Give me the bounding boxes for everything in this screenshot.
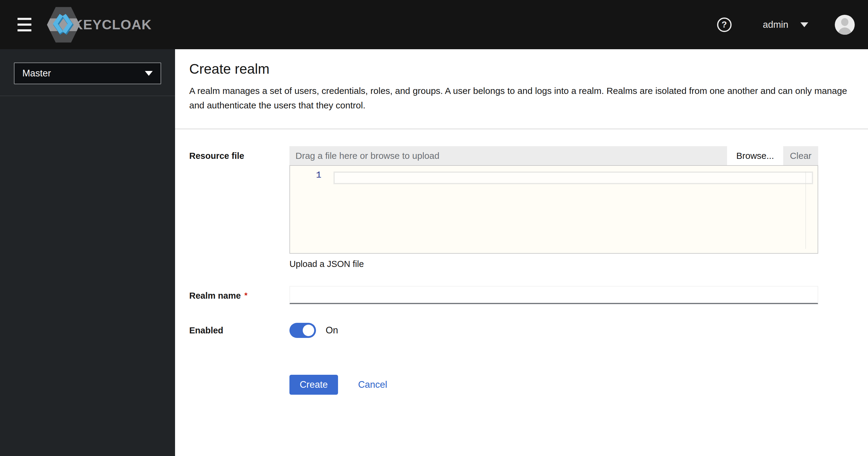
json-code-editor[interactable]: 1 bbox=[289, 165, 818, 254]
realm-selector-section: Master bbox=[0, 49, 175, 96]
resource-file-label: Resource file bbox=[189, 146, 289, 269]
person-icon bbox=[841, 18, 848, 26]
nav-toggle-button[interactable] bbox=[16, 16, 33, 34]
help-icon[interactable]: ? bbox=[717, 18, 732, 32]
current-realm-label: Master bbox=[22, 68, 51, 79]
realm-name-field bbox=[289, 286, 818, 304]
required-indicator: * bbox=[245, 291, 247, 300]
enabled-row: Enabled On bbox=[189, 323, 868, 338]
person-icon-body bbox=[838, 27, 851, 35]
form-actions-row: Create Cancel bbox=[189, 375, 868, 395]
resource-file-row: Resource file Drag a file here or browse… bbox=[189, 146, 868, 269]
caret-down-icon bbox=[800, 22, 808, 27]
file-upload-input[interactable]: Drag a file here or browse to upload bbox=[289, 146, 727, 165]
realm-name-input[interactable] bbox=[289, 286, 818, 304]
actions-spacer bbox=[189, 382, 289, 387]
user-dropdown[interactable]: admin bbox=[763, 19, 808, 30]
username-label: admin bbox=[763, 19, 788, 30]
realm-name-label: Realm name* bbox=[189, 286, 289, 304]
browse-button[interactable]: Browse... bbox=[727, 146, 783, 165]
realm-selector-dropdown[interactable]: Master bbox=[14, 62, 161, 84]
sidebar: Master bbox=[0, 49, 175, 456]
page-header: Create realm A realm manages a set of us… bbox=[175, 49, 868, 129]
editor-active-line[interactable] bbox=[334, 172, 813, 184]
actions-field: Create Cancel bbox=[289, 375, 818, 395]
brand-text: KEYCLOAK bbox=[73, 17, 152, 33]
user-avatar[interactable] bbox=[835, 15, 855, 35]
file-upload-bar: Drag a file here or browse to upload Bro… bbox=[289, 146, 818, 165]
resource-file-helper-text: Upload a JSON file bbox=[289, 259, 818, 269]
clear-button[interactable]: Clear bbox=[783, 146, 818, 165]
enabled-toggle[interactable] bbox=[289, 323, 316, 338]
enabled-label: Enabled bbox=[189, 325, 289, 336]
toggle-knob bbox=[303, 325, 314, 336]
keycloak-logo[interactable]: KEYCLOAK bbox=[46, 6, 152, 43]
masthead: KEYCLOAK ? admin bbox=[0, 0, 868, 49]
toggle-state-label: On bbox=[326, 325, 338, 336]
enabled-field: On bbox=[289, 323, 818, 338]
caret-down-icon bbox=[145, 71, 153, 76]
app-root: KEYCLOAK ? admin Master bbox=[0, 0, 868, 456]
create-button[interactable]: Create bbox=[289, 375, 338, 395]
hamburger-icon bbox=[18, 18, 31, 20]
realm-name-row: Realm name* bbox=[189, 286, 868, 304]
resource-file-field: Drag a file here or browse to upload Bro… bbox=[289, 146, 818, 269]
create-realm-form: Resource file Drag a file here or browse… bbox=[175, 129, 868, 395]
editor-line-number: 1 bbox=[290, 170, 321, 180]
page-description: A realm manages a set of users, credenti… bbox=[189, 84, 847, 113]
cancel-link[interactable]: Cancel bbox=[358, 379, 387, 390]
main-content: Create realm A realm manages a set of us… bbox=[175, 49, 868, 456]
page-title: Create realm bbox=[189, 61, 850, 77]
body-row: Master Create realm A realm manages a se… bbox=[0, 49, 868, 456]
help-glyph: ? bbox=[722, 20, 727, 30]
